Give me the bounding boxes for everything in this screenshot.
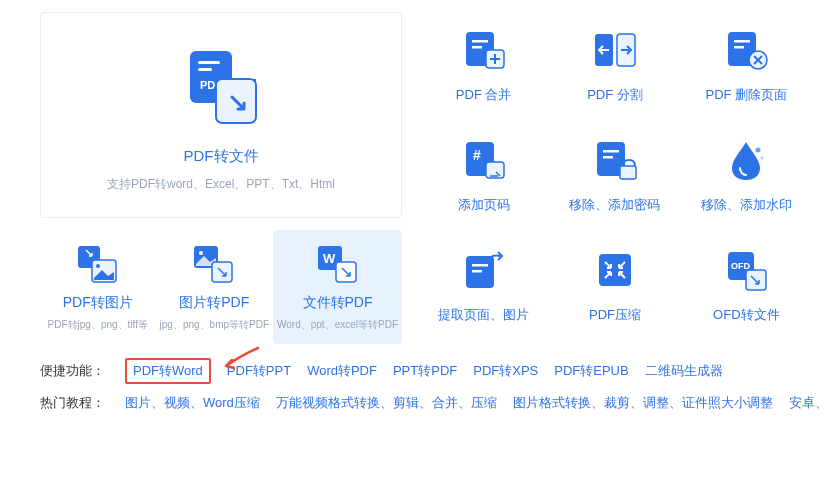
svg-point-31 bbox=[756, 148, 761, 153]
tool-pdf-merge[interactable]: PDF 合并 bbox=[418, 12, 549, 122]
word-pdf-icon: W bbox=[316, 244, 360, 284]
tool-label: 移除、添加水印 bbox=[687, 196, 806, 214]
svg-rect-1 bbox=[198, 61, 220, 64]
svg-rect-30 bbox=[620, 166, 636, 179]
sub-title: 图片转PDF bbox=[160, 294, 269, 312]
tool-label: 提取页面、图片 bbox=[424, 306, 543, 324]
quick-link[interactable]: PDF转XPS bbox=[473, 362, 538, 380]
svg-rect-35 bbox=[472, 270, 482, 273]
tool-watermark[interactable]: 移除、添加水印 bbox=[681, 122, 812, 232]
tool-pdf-delete-page[interactable]: PDF 删除页面 bbox=[681, 12, 812, 122]
extract-icon bbox=[458, 246, 510, 294]
page-number-icon: # bbox=[458, 136, 510, 184]
pdf-convert-hero[interactable]: PDF PDF转文件 支持PDF转word、Excel、PPT、Txt、Html bbox=[40, 12, 402, 218]
delete-page-icon bbox=[720, 26, 772, 74]
sub-card-image-to-pdf[interactable]: 图片转PDF jpg、png、bmp等转PDF bbox=[156, 230, 273, 344]
lock-icon bbox=[589, 136, 641, 184]
sub-card-file-to-pdf[interactable]: W 文件转PDF Word、ppt、excel等转PDF bbox=[273, 230, 402, 344]
hot-link[interactable]: 万能视频格式转换、剪辑、合并、压缩 bbox=[276, 394, 497, 412]
pdf-file-icon: PDF bbox=[176, 47, 266, 127]
tool-label: PDF 分割 bbox=[555, 86, 674, 104]
hot-link[interactable]: 安卓、苹果手机投屏到 bbox=[789, 394, 828, 412]
svg-rect-22 bbox=[734, 46, 744, 49]
tool-label: 移除、添加密码 bbox=[555, 196, 674, 214]
svg-rect-15 bbox=[472, 40, 488, 43]
sub-desc: PDF转jpg、png、tiff等 bbox=[44, 318, 152, 332]
split-icon bbox=[589, 26, 641, 74]
merge-icon bbox=[458, 26, 510, 74]
svg-rect-21 bbox=[734, 40, 750, 43]
svg-rect-29 bbox=[603, 156, 613, 159]
quick-link[interactable]: PPT转PDF bbox=[393, 362, 457, 380]
image-pdf-icon bbox=[192, 244, 236, 284]
hero-subtitle: 支持PDF转word、Excel、PPT、Txt、Html bbox=[53, 176, 389, 193]
tool-add-page-number[interactable]: # 添加页码 bbox=[418, 122, 549, 232]
compress-icon bbox=[589, 246, 641, 294]
quick-link[interactable]: PDF转EPUB bbox=[554, 362, 628, 380]
tool-label: PDF 删除页面 bbox=[687, 86, 806, 104]
svg-rect-28 bbox=[603, 150, 619, 153]
quick-link[interactable]: 二维码生成器 bbox=[645, 362, 723, 380]
svg-rect-36 bbox=[599, 254, 631, 286]
sub-desc: jpg、png、bmp等转PDF bbox=[160, 318, 269, 332]
tool-label: PDF 合并 bbox=[424, 86, 543, 104]
svg-rect-16 bbox=[472, 46, 482, 49]
quick-link[interactable]: Word转PDF bbox=[307, 362, 377, 380]
water-drop-icon bbox=[720, 136, 772, 184]
tool-label: 添加页码 bbox=[424, 196, 543, 214]
tool-password[interactable]: 移除、添加密码 bbox=[549, 122, 680, 232]
tool-label: OFD转文件 bbox=[687, 306, 806, 324]
sub-title: PDF转图片 bbox=[44, 294, 152, 312]
sub-card-pdf-to-image[interactable]: PDF转图片 PDF转jpg、png、tiff等 bbox=[40, 230, 156, 344]
tool-pdf-compress[interactable]: PDF压缩 bbox=[549, 232, 680, 342]
quick-links-row: 便捷功能： PDF转Word PDF转PPT Word转PDF PPT转PDF … bbox=[40, 358, 812, 384]
quick-label: 便捷功能： bbox=[40, 362, 105, 380]
hot-link[interactable]: 图片、视频、Word压缩 bbox=[125, 394, 260, 412]
tool-extract[interactable]: 提取页面、图片 bbox=[418, 232, 549, 342]
quick-link[interactable]: PDF转PPT bbox=[227, 362, 291, 380]
tool-ofd-convert[interactable]: OFD OFD转文件 bbox=[681, 232, 812, 342]
sub-title: 文件转PDF bbox=[277, 294, 398, 312]
svg-rect-2 bbox=[198, 68, 212, 71]
svg-rect-34 bbox=[472, 264, 488, 267]
tool-label: PDF压缩 bbox=[555, 306, 674, 324]
sub-desc: Word、ppt、excel等转PDF bbox=[277, 318, 398, 332]
svg-point-9 bbox=[199, 251, 203, 255]
svg-point-7 bbox=[96, 264, 100, 268]
hero-title: PDF转文件 bbox=[53, 147, 389, 166]
hot-tutorials-row: 热门教程： 图片、视频、Word压缩 万能视频格式转换、剪辑、合并、压缩 图片格… bbox=[40, 394, 812, 412]
ofd-icon: OFD bbox=[720, 246, 772, 294]
svg-text:#: # bbox=[473, 147, 481, 163]
hot-label: 热门教程： bbox=[40, 394, 105, 412]
svg-text:W: W bbox=[323, 251, 336, 266]
pdf-image-icon bbox=[76, 244, 120, 284]
hot-link[interactable]: 图片格式转换、裁剪、调整、证件照大小调整 bbox=[513, 394, 773, 412]
tool-pdf-split[interactable]: PDF 分割 bbox=[549, 12, 680, 122]
svg-point-32 bbox=[761, 157, 764, 160]
quick-link-pdf-to-word[interactable]: PDF转Word bbox=[125, 358, 211, 384]
